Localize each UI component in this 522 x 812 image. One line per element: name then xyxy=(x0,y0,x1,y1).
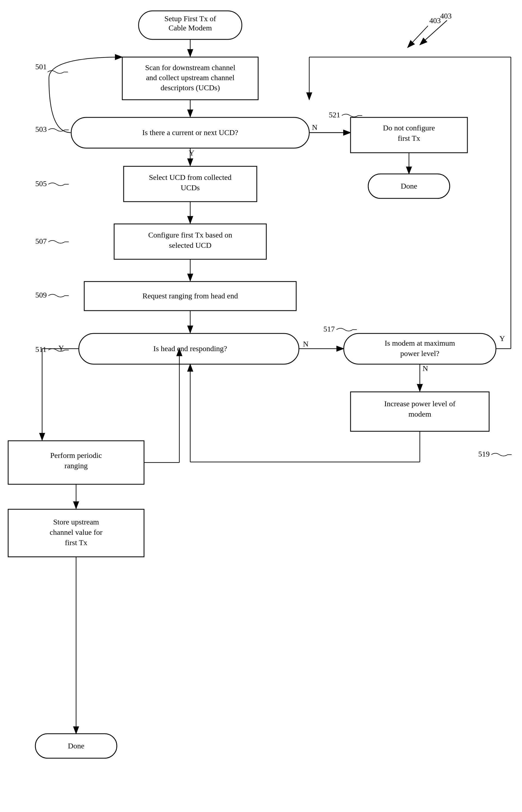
svg-text:Setup First Tx of: Setup First Tx of xyxy=(164,14,216,23)
svg-text:505: 505 xyxy=(35,179,47,188)
svg-text:503: 503 xyxy=(35,125,47,134)
svg-text:Store upstream: Store upstream xyxy=(53,518,99,526)
svg-text:403: 403 xyxy=(440,12,451,20)
svg-text:Select UCD from collected: Select UCD from collected xyxy=(149,173,232,182)
svg-text:Y: Y xyxy=(189,149,194,157)
svg-text:and collect upstream channel: and collect upstream channel xyxy=(146,74,235,82)
svg-text:Is modem at maximum: Is modem at maximum xyxy=(385,339,455,347)
svg-text:Done: Done xyxy=(68,742,84,750)
svg-text:power level?: power level? xyxy=(400,349,439,358)
svg-line-21 xyxy=(407,26,428,47)
full-diagram: Setup First Tx of Cable Modem 403 501 Sc… xyxy=(0,0,522,812)
svg-text:UCDs: UCDs xyxy=(181,183,200,192)
svg-text:Is there a current or next UCD: Is there a current or next UCD? xyxy=(142,128,238,137)
svg-text:Request ranging from head end: Request ranging from head end xyxy=(142,291,238,300)
svg-text:Y: Y xyxy=(499,334,505,343)
svg-text:511: 511 xyxy=(35,345,46,353)
svg-text:N: N xyxy=(303,340,308,348)
svg-text:first Tx: first Tx xyxy=(398,134,420,142)
svg-text:Do not configure: Do not configure xyxy=(383,124,435,132)
svg-text:Increase power level of: Increase power level of xyxy=(384,400,456,408)
svg-text:Y: Y xyxy=(58,344,64,352)
svg-text:507: 507 xyxy=(35,237,47,245)
svg-text:Done: Done xyxy=(401,182,417,190)
svg-text:519: 519 xyxy=(478,450,490,458)
svg-text:channel value for: channel value for xyxy=(50,528,103,536)
svg-text:521: 521 xyxy=(329,110,340,119)
svg-rect-74 xyxy=(344,333,496,364)
svg-text:Is head end responding?: Is head end responding? xyxy=(153,344,227,353)
svg-text:N: N xyxy=(312,123,317,131)
svg-text:N: N xyxy=(423,364,428,372)
svg-text:Scan for downstream channel: Scan for downstream channel xyxy=(145,63,235,72)
svg-text:501: 501 xyxy=(35,62,47,71)
svg-text:descriptors (UCDs): descriptors (UCDs) xyxy=(161,83,220,92)
svg-text:403: 403 xyxy=(429,16,441,25)
svg-text:selected UCD: selected UCD xyxy=(169,241,212,249)
svg-text:517: 517 xyxy=(323,325,335,333)
svg-text:509: 509 xyxy=(35,291,47,299)
svg-text:ranging: ranging xyxy=(64,462,88,470)
svg-text:Configure first Tx based on: Configure first Tx based on xyxy=(148,231,232,239)
svg-text:Cable Modem: Cable Modem xyxy=(168,24,212,32)
svg-text:Perform periodic: Perform periodic xyxy=(50,451,102,460)
main-svg: Setup First Tx of Cable Modem 403 501 Sc… xyxy=(0,0,522,812)
svg-text:modem: modem xyxy=(408,410,431,418)
svg-text:first Tx: first Tx xyxy=(65,539,87,547)
